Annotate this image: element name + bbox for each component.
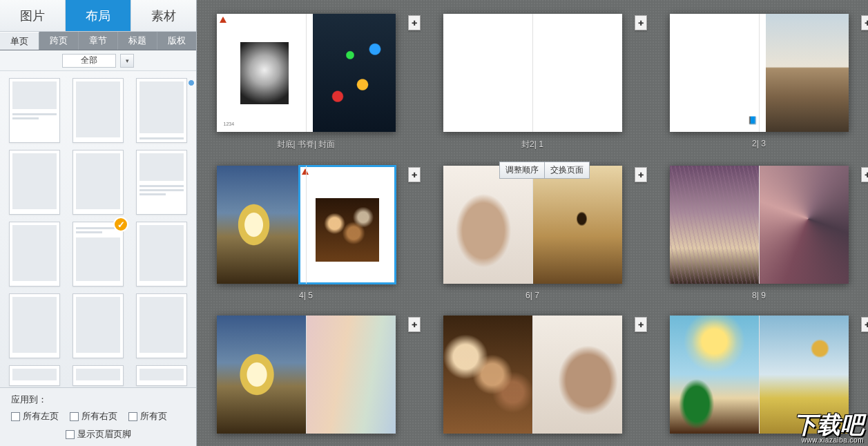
check-label: 所有页	[140, 410, 167, 423]
template-item[interactable]	[136, 78, 187, 143]
spread-label: 封底| 书脊| 封面	[277, 139, 336, 151]
page-right[interactable]	[532, 14, 622, 132]
thumb-image	[313, 14, 396, 132]
template-item[interactable]	[136, 222, 187, 287]
spread-wrap: ✚ 8| 9	[662, 166, 856, 300]
add-page-button[interactable]: ✚	[861, 317, 868, 332]
spread-wrap: 1234 ✚ 封底| 书脊| 封面	[209, 14, 403, 151]
page-right[interactable]	[306, 316, 396, 434]
context-swap[interactable]: 交换页面	[545, 162, 590, 179]
page-left[interactable]	[670, 316, 760, 434]
page-left[interactable]	[443, 316, 533, 434]
spread[interactable]	[443, 316, 622, 434]
add-page-button[interactable]: ✚	[635, 167, 647, 182]
check-all-right[interactable]: 所有右页	[70, 410, 117, 423]
page-left[interactable]	[443, 14, 533, 132]
template-item[interactable]	[9, 222, 60, 287]
spread-label: 4| 5	[299, 291, 313, 300]
tab-layout[interactable]: 布局	[66, 0, 131, 31]
thumb-image	[443, 166, 533, 284]
page-right[interactable]	[759, 166, 849, 284]
book-icon: 📘	[748, 116, 758, 125]
page-back-cover[interactable]: 1234	[217, 14, 314, 132]
thumb-image	[443, 316, 533, 434]
check-label: 所有右页	[81, 410, 117, 423]
page-right[interactable]	[532, 166, 622, 284]
subtab-copyright[interactable]: 版权	[157, 32, 196, 50]
tab-materials[interactable]: 素材	[131, 0, 196, 31]
spread-label: 封2| 1	[521, 139, 543, 151]
thumb-image	[759, 166, 849, 284]
thumb-image	[316, 198, 379, 262]
add-page-button[interactable]: ✚	[408, 15, 421, 30]
add-page-button[interactable]: ✚	[408, 167, 421, 182]
spread-wrap: ✚	[209, 316, 403, 434]
filter-select[interactable]: 全部	[62, 54, 116, 68]
thumb-image	[240, 42, 289, 104]
page-right-selected[interactable]	[299, 166, 396, 284]
spread-grid: 1234 ✚ 封底| 书脊| 封面 ✚ 封2| 1 📘	[209, 14, 856, 434]
template-item[interactable]	[136, 365, 187, 386]
context-reorder[interactable]: 调整顺序	[499, 162, 545, 179]
thumb-image	[532, 166, 622, 284]
thumb-image	[532, 316, 622, 434]
template-item[interactable]	[9, 150, 60, 215]
check-label: 显示页眉页脚	[77, 428, 131, 440]
add-page-button[interactable]: ✚	[635, 317, 647, 332]
template-item[interactable]: ✓	[73, 222, 124, 287]
spread[interactable]	[217, 316, 396, 434]
check-label: 所有左页	[23, 410, 59, 423]
scroll-indicator[interactable]	[188, 79, 195, 86]
main-tabs: 图片 布局 素材	[0, 0, 196, 32]
tab-images[interactable]: 图片	[0, 0, 66, 31]
spread-selected[interactable]	[217, 166, 396, 284]
warning-icon	[302, 168, 309, 175]
filter-dropdown-button[interactable]: ▾	[120, 54, 134, 68]
page-right[interactable]	[532, 316, 622, 434]
template-item[interactable]	[136, 150, 187, 215]
template-item[interactable]	[136, 293, 187, 358]
check-all-left[interactable]: 所有左页	[11, 410, 59, 423]
add-page-button[interactable]: ✚	[861, 167, 868, 182]
subtab-single[interactable]: 单页	[0, 32, 39, 50]
template-list[interactable]: ✓	[0, 71, 196, 387]
spread[interactable]	[443, 14, 622, 132]
page-left[interactable]: 📘	[670, 14, 766, 132]
page-left[interactable]	[670, 166, 760, 284]
tiny-text: 1234	[224, 122, 235, 126]
spread-cover[interactable]: 1234	[217, 14, 396, 132]
spread[interactable]	[670, 166, 849, 284]
add-page-button[interactable]: ✚	[408, 317, 421, 332]
template-item[interactable]	[9, 293, 60, 358]
page-right[interactable]	[766, 14, 849, 132]
add-page-button[interactable]: ✚	[861, 15, 868, 30]
template-item[interactable]	[73, 293, 124, 358]
template-item[interactable]	[73, 78, 124, 143]
check-show-header-footer[interactable]: 显示页眉页脚	[66, 428, 131, 440]
page-left[interactable]	[217, 316, 307, 434]
subtab-chapter[interactable]: 章节	[79, 32, 118, 50]
template-item[interactable]	[73, 150, 124, 215]
page-front-cover[interactable]	[313, 14, 396, 132]
sub-tabs: 单页 跨页 章节 标题 版权	[0, 32, 196, 50]
spread[interactable]: 📘	[670, 14, 849, 132]
add-page-button[interactable]: ✚	[635, 15, 647, 30]
template-item[interactable]	[9, 365, 60, 386]
check-all-pages[interactable]: 所有页	[128, 410, 167, 423]
template-item[interactable]	[9, 78, 60, 143]
subtab-spread[interactable]: 跨页	[39, 32, 79, 50]
thumb-image	[670, 166, 760, 284]
spread-label: 8| 9	[752, 291, 766, 300]
thumb-image	[306, 316, 396, 434]
page-left[interactable]	[443, 166, 533, 284]
spread-label: 2| 3	[752, 139, 766, 148]
spread[interactable]	[670, 316, 849, 434]
page-left[interactable]	[217, 166, 300, 284]
spread-wrap: ✚ 6| 7	[436, 166, 629, 300]
subtab-title[interactable]: 标题	[118, 32, 157, 50]
template-item[interactable]	[73, 365, 124, 386]
check-icon: ✓	[113, 217, 128, 232]
spread[interactable]	[443, 166, 622, 284]
page-right[interactable]	[759, 316, 849, 434]
workspace[interactable]: 1234 ✚ 封底| 书脊| 封面 ✚ 封2| 1 📘	[197, 0, 868, 446]
